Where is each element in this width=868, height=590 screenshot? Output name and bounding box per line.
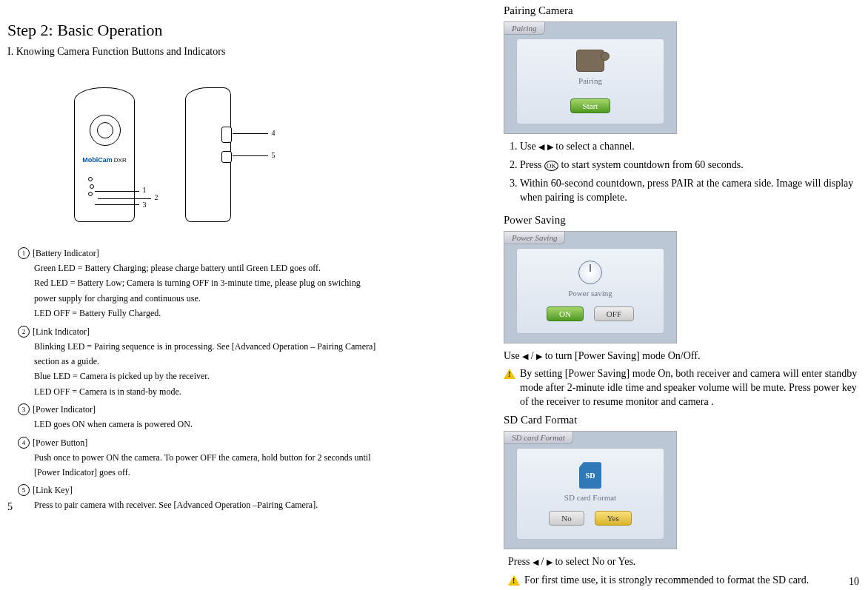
sd-card-icon: SD (579, 462, 601, 489)
camera-logo: MobiCamDXR (75, 156, 134, 164)
off-button[interactable]: OFF (594, 306, 634, 321)
indicator-item: 4[Power Button] Push once to power ON th… (18, 437, 422, 480)
front-led-group (88, 174, 106, 199)
indicator-item: 5[Link Key] Press to pair camera with re… (18, 484, 422, 512)
right-arrow-icon: ▶ (547, 141, 553, 152)
left-arrow-icon: ◀ (538, 141, 544, 152)
side-power-button (221, 127, 232, 143)
sd-text: Press ◀ / ▶ to select No or Yes. (508, 555, 867, 569)
power-saving-text: Use ◀ / ▶ to turn [Power Saving] mode On… (504, 349, 867, 363)
power-saving-screen: Power Saving Power saving ON OFF (504, 231, 677, 343)
page-number-right: 10 (849, 576, 859, 588)
yes-button[interactable]: Yes (595, 511, 632, 526)
sd-tab: SD card Format (504, 432, 573, 444)
sd-title: SD Card Format (504, 414, 867, 426)
on-button[interactable]: ON (547, 306, 584, 321)
power-saving-warning: By setting [Power Saving] mode On, both … (504, 367, 867, 409)
indicator-item: 2[Link Indicator] Blinking LED = Pairing… (18, 326, 422, 400)
indicator-item: 1[Battery Indicator] Green LED = Battery… (18, 247, 422, 321)
right-arrow-icon: ▶ (547, 557, 552, 568)
no-button[interactable]: No (549, 511, 584, 526)
camera-side-view (185, 87, 231, 222)
left-page: Step 2: Basic Operation I. Knowing Camer… (7, 0, 422, 517)
warning-icon (504, 369, 515, 379)
indicator-list: 1[Battery Indicator] Green LED = Battery… (18, 247, 422, 513)
camera-front-view: MobiCamDXR (74, 87, 135, 222)
camera-diagram: MobiCamDXR 1 2 3 4 5 (7, 73, 422, 243)
pairing-icon-label: Pairing (578, 76, 602, 85)
page-number-left: 5 (7, 501, 13, 513)
pairing-steps: Use ◀ ▶ to select a channel. Press OK to… (504, 140, 867, 205)
pairing-tab: Pairing (504, 22, 545, 35)
power-icon (578, 261, 602, 284)
power-saving-title: Power Saving (504, 214, 867, 227)
side-link-button (221, 151, 232, 163)
callout-3: 3 (139, 201, 150, 209)
callout-2: 2 (151, 193, 161, 201)
sd-warning: For first time use, it is strongly recom… (508, 574, 867, 588)
sd-screen: SD card Format SD SD card Format No Yes (504, 431, 677, 549)
right-arrow-icon: ▶ (536, 351, 542, 362)
camera-icon (576, 50, 604, 72)
section-title: I. Knowing Camera Function Buttons and I… (7, 46, 422, 58)
indicator-item: 3[Power Indicator] LED goes ON when came… (18, 403, 422, 432)
callout-1: 1 (139, 186, 150, 194)
right-page: Pairing Camera Pairing Pairing Start Use… (504, 0, 867, 590)
warning-icon (508, 575, 520, 586)
callout-4: 4 (268, 129, 278, 137)
pairing-screen: Pairing Pairing Start (504, 21, 677, 134)
power-saving-tab: Power Saving (504, 232, 565, 244)
pairing-title: Pairing Camera (504, 4, 867, 17)
power-saving-label: Power saving (568, 289, 612, 298)
start-button[interactable]: Start (570, 98, 611, 113)
left-arrow-icon: ◀ (533, 557, 538, 568)
ok-icon: OK (544, 161, 558, 171)
heading: Step 2: Basic Operation (7, 21, 422, 40)
sd-icon-label: SD card Format (564, 493, 616, 502)
callout-5: 5 (268, 151, 278, 159)
